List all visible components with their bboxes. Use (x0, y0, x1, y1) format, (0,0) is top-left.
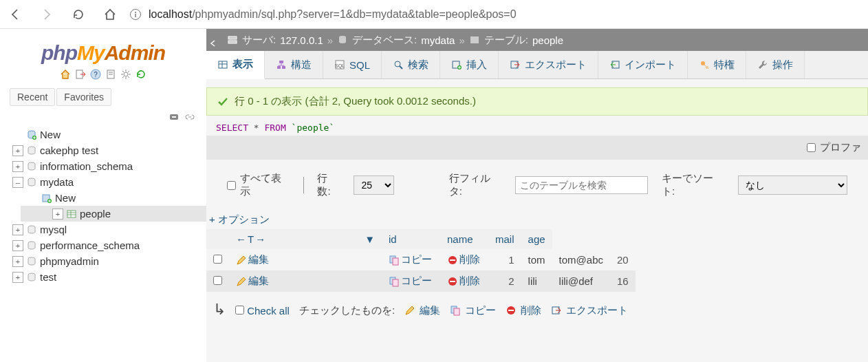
sort-select[interactable]: なし (738, 175, 847, 195)
svg-line-16 (128, 71, 129, 72)
home-icon[interactable] (103, 8, 117, 21)
tree-db[interactable]: + test (12, 269, 199, 285)
tree-db[interactable]: + information_schema (12, 158, 199, 174)
cell-age: 16 (610, 270, 636, 292)
expand-icon[interactable]: + (12, 145, 23, 156)
reload-icon[interactable] (135, 69, 147, 80)
bulk-export[interactable]: エクスポート (551, 304, 628, 317)
row-checkbox[interactable] (213, 276, 222, 285)
delete-icon (447, 276, 458, 287)
edit-icon (404, 305, 415, 316)
copy-link[interactable]: コピー (401, 253, 432, 265)
expand-icon[interactable]: + (12, 240, 23, 251)
expand-icon[interactable]: + (12, 224, 23, 235)
expand-icon[interactable]: + (12, 161, 23, 172)
bulk-delete[interactable]: 削除 (506, 304, 541, 317)
collapse-icon[interactable]: – (12, 177, 23, 188)
expand-icon[interactable]: + (12, 256, 23, 267)
svg-rect-35 (228, 36, 237, 39)
cell-age: 20 (610, 249, 636, 270)
svg-rect-42 (279, 61, 283, 63)
results-table: ←T→ ▼ id name mail age 編集 コピー (206, 229, 636, 292)
collapse-all-icon[interactable] (169, 111, 180, 123)
profiling-checkbox[interactable] (807, 143, 816, 152)
svg-rect-36 (228, 41, 237, 43)
svg-rect-39 (219, 61, 227, 68)
gear-icon[interactable] (120, 69, 131, 80)
bulk-copy[interactable]: コピー (450, 304, 496, 317)
sort-left-icon[interactable]: ← (236, 233, 246, 245)
rowcount-select[interactable]: 25 (354, 175, 393, 195)
logo: phpMyAdmin (7, 34, 199, 66)
sidebar-collapse-handle[interactable] (206, 36, 220, 51)
show-all-checkbox[interactable] (227, 181, 236, 190)
svg-rect-65 (508, 310, 514, 311)
back-icon[interactable] (8, 8, 22, 21)
tree-db-mydata[interactable]: – mydata (12, 174, 199, 190)
database-icon (337, 34, 348, 45)
cell-mail: lili@def (552, 270, 610, 292)
forward-icon[interactable] (40, 8, 54, 21)
main-content: サーバ: 127.0.0.1 » データベース: mydata » テーブル: … (206, 29, 868, 362)
sidebar: phpMyAdmin ? Recent Favorites New + (0, 29, 206, 362)
tab-sql[interactable]: SQLSQL (323, 51, 382, 78)
row-checkbox[interactable] (213, 255, 222, 264)
docs-icon[interactable] (105, 69, 116, 80)
tree-new-table[interactable]: New (28, 190, 199, 206)
tab-export[interactable]: エクスポート (499, 51, 598, 78)
breadcrumb-table[interactable]: people (532, 34, 563, 46)
breadcrumb-server[interactable]: 127.0.0.1 (280, 34, 323, 46)
refresh-icon[interactable] (72, 8, 85, 21)
column-mail[interactable]: mail (488, 229, 521, 249)
check-all-checkbox[interactable] (235, 306, 244, 315)
column-name[interactable]: name (440, 229, 488, 249)
svg-point-1 (135, 12, 136, 13)
tab-recent[interactable]: Recent (10, 88, 55, 106)
svg-text:SQL: SQL (335, 63, 345, 69)
home-icon[interactable] (60, 69, 71, 80)
column-id[interactable]: id (382, 229, 440, 249)
tab-favorites[interactable]: Favorites (56, 88, 111, 106)
address-bar[interactable]: localhost/phpmyadmin/sql.php?server=1&db… (129, 8, 517, 21)
tree-new[interactable]: New (12, 127, 199, 142)
sql-icon: SQL (334, 59, 345, 70)
tree-db[interactable]: + cakephp test (12, 142, 199, 158)
edit-link[interactable]: 編集 (248, 275, 269, 286)
tab-search[interactable]: 検索 (382, 51, 440, 78)
svg-rect-27 (67, 211, 76, 217)
tab-browse[interactable]: 表示 (206, 51, 265, 79)
show-all-label[interactable]: すべて表示 (227, 172, 290, 198)
tab-operations[interactable]: 操作 (746, 51, 805, 78)
help-icon[interactable]: ? (90, 69, 101, 80)
copy-link[interactable]: コピー (401, 275, 432, 286)
expand-icon[interactable]: + (12, 272, 23, 283)
success-message: 行 0 - 1 の表示 (合計 2, Query took 0.0012 sec… (206, 87, 868, 116)
edit-link[interactable]: 編集 (248, 253, 269, 265)
delete-link[interactable]: 削除 (459, 275, 480, 286)
exit-icon[interactable] (75, 69, 86, 80)
new-table-icon (41, 193, 52, 204)
tree-db[interactable]: + phpmyadmin (12, 253, 199, 269)
export-icon (551, 305, 562, 316)
tree-table-people[interactable]: + people (21, 206, 206, 222)
link-icon[interactable] (184, 111, 195, 123)
tab-privileges[interactable]: 特権 (688, 51, 746, 78)
copy-icon (450, 305, 461, 316)
bulk-edit[interactable]: 編集 (404, 304, 440, 317)
expand-icon[interactable]: + (52, 209, 63, 220)
breadcrumb-db[interactable]: mydata (421, 34, 455, 46)
tab-import[interactable]: インポート (598, 51, 688, 78)
sort-right-icon[interactable]: → (255, 233, 265, 245)
tab-structure[interactable]: 構造 (265, 51, 323, 78)
check-icon (217, 96, 229, 108)
tab-insert[interactable]: 挿入 (440, 51, 499, 78)
dropdown-icon[interactable]: ▼ (365, 233, 375, 245)
options-toggle[interactable]: + オプション (206, 211, 868, 229)
column-age[interactable]: age (521, 229, 552, 249)
delete-link[interactable]: 削除 (459, 253, 480, 265)
filter-input[interactable] (515, 176, 648, 194)
tree-db[interactable]: + performance_schema (12, 237, 199, 253)
check-all-label[interactable]: Check all (235, 305, 290, 317)
tree-db[interactable]: + mysql (12, 222, 199, 237)
cell-mail: tom@abc (552, 249, 610, 270)
